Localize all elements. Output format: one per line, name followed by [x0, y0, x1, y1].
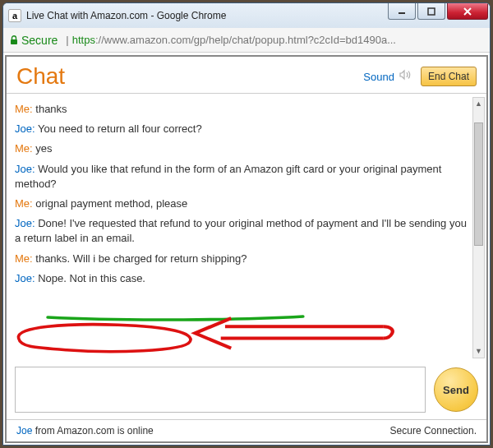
message-sender: Me:	[15, 197, 33, 210]
browser-window: a Live Chat with Amazon.com - Google Chr…	[2, 2, 491, 446]
svg-rect-4	[11, 39, 17, 44]
scrollbar[interactable]: ▲ ▼	[472, 97, 485, 358]
message-text: Done! I've requested that refund to your…	[15, 217, 467, 244]
chat-message: Me: orignal payment method, please	[15, 196, 470, 211]
message-text: Nope. Not in this case.	[35, 272, 145, 284]
chat-message: Joe: Done! I've requested that refund to…	[15, 216, 470, 246]
window-title: Live Chat with Amazon.com - Google Chrom…	[26, 10, 226, 21]
message-text: You need to return all four correct?	[35, 122, 202, 135]
chat-message: Joe: Would you like that refund in the f…	[15, 162, 470, 192]
message-sender: Me:	[15, 142, 33, 155]
secure-connection-label: Secure Connection.	[390, 425, 477, 436]
chat-input[interactable]	[15, 367, 426, 413]
input-area: Send	[7, 362, 486, 419]
maximize-button[interactable]	[417, 3, 445, 20]
lock-icon	[10, 35, 18, 45]
chat-title: Chat	[16, 63, 363, 90]
send-button[interactable]: Send	[434, 367, 478, 412]
message-text: orignal payment method, please	[33, 197, 188, 210]
chat-message: Me: thanks	[15, 102, 470, 117]
scroll-thumb[interactable]	[474, 122, 483, 246]
message-text: thanks	[33, 103, 67, 115]
url-text: https://www.amazon.com/gp/help/chat/popu…	[72, 34, 396, 46]
chat-transcript: Me: thanksJoe: You need to return all fo…	[7, 94, 486, 362]
secure-label: Secure	[21, 34, 58, 47]
chat-message: Joe: Nope. Not in this case.	[15, 271, 470, 286]
sound-toggle[interactable]: Sound	[363, 71, 394, 83]
message-text: Would you like that refund in the form o…	[15, 163, 441, 190]
svg-rect-1	[428, 8, 435, 15]
agent-status: Joe from Amazon.com is online	[16, 425, 154, 436]
favicon: a	[8, 9, 21, 22]
message-sender: Me:	[15, 252, 33, 265]
chat-message: Joe: You need to return all four correct…	[15, 122, 470, 136]
speaker-icon	[399, 69, 412, 84]
message-sender: Joe:	[15, 122, 35, 135]
scroll-up-button[interactable]: ▲	[473, 98, 484, 110]
chat-frame: Chat Sound End Chat Me: thanksJoe: You n…	[5, 55, 488, 443]
message-sender: Joe:	[15, 163, 35, 175]
address-bar[interactable]: Secure | https://www.amazon.com/gp/help/…	[3, 28, 490, 53]
window-buttons	[386, 3, 488, 20]
message-text: yes	[33, 142, 53, 155]
url-separator: |	[66, 34, 68, 46]
close-button[interactable]	[447, 3, 488, 20]
chat-message: Me: yes	[15, 141, 470, 156]
end-chat-button[interactable]: End Chat	[421, 67, 477, 86]
message-text: thanks. Will i be charged for return shi…	[33, 252, 247, 265]
chat-header: Chat Sound End Chat	[7, 57, 486, 94]
titlebar[interactable]: a Live Chat with Amazon.com - Google Chr…	[3, 3, 490, 28]
chat-message: Me: thanks. Will i be charged for return…	[15, 252, 470, 266]
message-sender: Joe:	[15, 272, 35, 284]
minimize-button[interactable]	[388, 3, 416, 20]
scroll-down-button[interactable]: ▼	[473, 345, 484, 358]
message-sender: Me:	[15, 103, 33, 115]
chat-footer: Joe from Amazon.com is online Secure Con…	[7, 419, 486, 441]
message-sender: Joe:	[15, 217, 35, 229]
